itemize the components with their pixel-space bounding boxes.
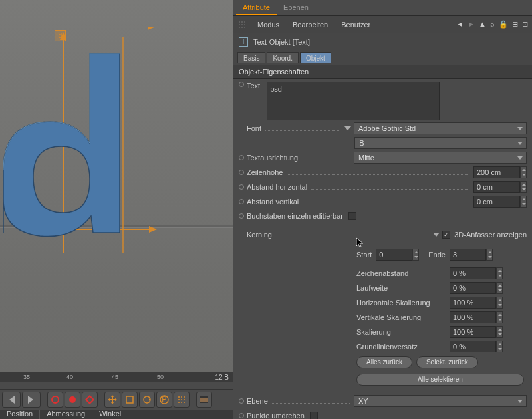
subtab-koord[interactable]: Koord. <box>267 52 298 63</box>
goto-end-button[interactable] <box>22 392 41 408</box>
grid-tool-button[interactable] <box>174 392 190 408</box>
vspace-label: Abstand vertikal <box>247 198 299 206</box>
selection-char-badge: d <box>55 30 66 41</box>
scale-tool-button[interactable] <box>122 392 138 408</box>
svg-point-15 <box>181 396 182 398</box>
run-input[interactable]: 0 % <box>450 282 496 294</box>
panel-menubar: Modus Bearbeiten Benutzer ◄ ► ▲ ⌕ 🔒 ⊞ ⊡ <box>233 16 532 33</box>
end-label: Ende <box>428 251 446 259</box>
tracking-label: Zeichenabstand <box>356 269 450 277</box>
nav-back-icon[interactable]: ◄ <box>456 20 464 29</box>
start-label: Start <box>356 251 372 259</box>
tab-layers[interactable]: Ebenen <box>277 0 315 15</box>
show3d-checkbox[interactable]: ✓ <box>442 231 450 239</box>
svg-rect-9 <box>86 396 93 403</box>
svg-point-8 <box>69 396 76 403</box>
reset-all-button[interactable]: Alles zurück <box>356 356 412 368</box>
keyframe-button[interactable] <box>82 392 98 408</box>
editable-checkbox[interactable] <box>348 212 356 220</box>
svg-text:P: P <box>162 395 166 403</box>
svg-point-28 <box>244 21 245 23</box>
subtab-basis[interactable]: Basis <box>237 52 265 63</box>
align-dropdown[interactable]: Mitte <box>354 152 527 164</box>
kerning-label: Kerning <box>247 231 272 239</box>
status-bar: Position Abmessung Winkel <box>0 410 233 419</box>
text-object-icon: T <box>239 37 248 47</box>
text-input[interactable] <box>267 82 440 120</box>
select-all-button[interactable]: Alle selektieren <box>356 374 524 386</box>
editable-label: Buchstaben einzeln editierbar <box>247 212 343 220</box>
svg-point-14 <box>178 396 180 398</box>
plane-dropdown[interactable]: XY <box>354 395 527 407</box>
rotate-tool-button[interactable] <box>139 392 155 408</box>
hscale-label: Horizontale Skalierung <box>356 299 450 307</box>
run-label: Laufweite <box>356 284 450 292</box>
svg-point-21 <box>181 402 182 403</box>
align-label: Textausrichtung <box>247 154 298 162</box>
svg-rect-10 <box>126 396 133 403</box>
hspace-input[interactable]: 0 cm <box>473 181 520 193</box>
font-dropdown[interactable]: Adobe Gothic Std <box>354 122 527 134</box>
font-weight-dropdown[interactable]: B <box>354 137 527 149</box>
svg-point-29 <box>239 24 240 25</box>
frame-indicator: 12 B <box>215 374 229 381</box>
end-input[interactable]: 3 <box>450 249 486 261</box>
scale-input[interactable]: 100 % <box>450 326 496 338</box>
search-icon[interactable]: ⌕ <box>490 20 495 29</box>
grip-icon <box>237 20 247 29</box>
svg-point-20 <box>178 402 180 403</box>
bullet-icon <box>239 82 244 87</box>
svg-point-18 <box>181 399 182 400</box>
font-label: Font <box>247 124 261 132</box>
menu-bearbeiten[interactable]: Bearbeiten <box>286 21 334 29</box>
param-tool-button[interactable]: P <box>156 392 172 408</box>
hspace-label: Abstand horizontal <box>247 183 307 191</box>
lock-icon[interactable]: 🔒 <box>499 20 508 29</box>
timeline-ruler[interactable]: 35 40 45 50 12 B <box>0 372 233 382</box>
lineheight-input[interactable]: 200 cm <box>473 166 520 178</box>
plane-label: Ebene <box>247 397 268 405</box>
svg-point-19 <box>184 399 185 400</box>
svg-point-33 <box>241 27 243 28</box>
svg-point-17 <box>178 399 180 400</box>
tracking-input[interactable]: 0 % <box>450 267 496 279</box>
subtab-objekt[interactable]: Objekt <box>300 52 331 63</box>
movie-button[interactable] <box>196 392 212 408</box>
new-icon[interactable]: ⊞ <box>512 20 518 29</box>
panel-tabs: Attribute Ebenen <box>233 0 532 16</box>
vscale-label: Vertikale Skalierung <box>356 313 450 321</box>
autokey-button[interactable] <box>65 392 80 408</box>
svg-point-32 <box>239 27 240 28</box>
chevron-down-icon[interactable] <box>433 233 440 237</box>
svg-point-30 <box>241 24 243 25</box>
menu-modus[interactable]: Modus <box>251 21 286 29</box>
tab-attribute[interactable]: Attribute <box>236 0 277 15</box>
hscale-input[interactable]: 100 % <box>450 297 496 309</box>
nav-fwd-icon[interactable]: ► <box>467 20 475 29</box>
baseline-input[interactable]: 0 % <box>450 341 496 352</box>
start-input[interactable]: 0 <box>376 249 412 261</box>
reverse-checkbox[interactable] <box>310 412 318 420</box>
vspace-input[interactable]: 0 cm <box>473 196 520 208</box>
move-tool-button[interactable] <box>104 392 120 408</box>
menu-benutzer[interactable]: Benutzer <box>334 21 377 29</box>
svg-point-7 <box>52 396 59 403</box>
svg-point-27 <box>241 21 243 23</box>
goto-start-button[interactable] <box>2 392 21 408</box>
text-label: Text <box>247 82 260 90</box>
chevron-down-icon[interactable] <box>344 126 351 130</box>
expand-icon[interactable]: ⊡ <box>522 20 528 29</box>
viewport-content <box>0 27 233 259</box>
nav-up-icon[interactable]: ▲ <box>479 20 486 29</box>
viewport-3d[interactable]: d <box>0 0 233 372</box>
svg-rect-25 <box>200 402 208 403</box>
lineheight-label: Zeilenhöhe <box>247 168 283 176</box>
object-title: Text-Objekt [Text] <box>253 38 310 46</box>
vscale-input[interactable]: 100 % <box>450 311 496 323</box>
spinner-icon[interactable] <box>520 166 527 178</box>
record-button[interactable] <box>47 392 63 408</box>
baseline-label: Grundlinienversatz <box>356 343 450 350</box>
svg-point-26 <box>239 21 240 23</box>
section-title: Objekt-Eigenschaften <box>233 65 532 79</box>
reset-sel-button[interactable]: Selekt. zurück <box>416 356 478 368</box>
